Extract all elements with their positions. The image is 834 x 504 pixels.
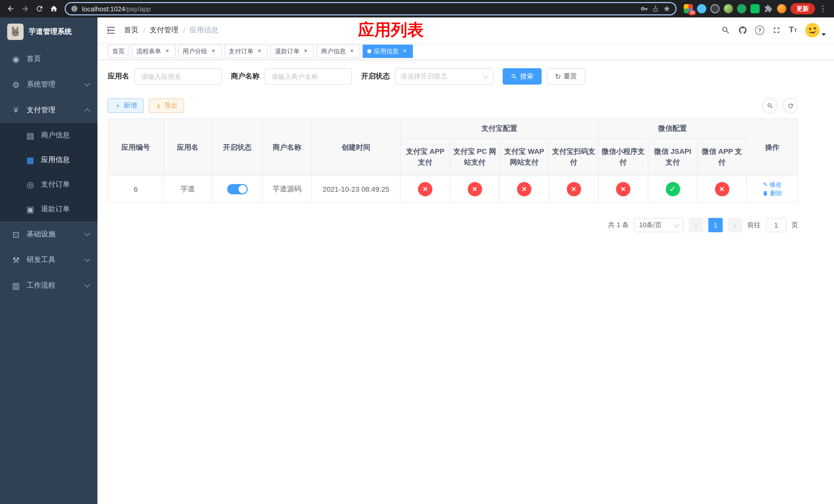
chevron-down-icon xyxy=(84,81,90,87)
search-button[interactable]: 搜索 xyxy=(503,68,542,85)
sidebar-item-dev-tools[interactable]: ⚒ 研发工具 xyxy=(0,247,97,273)
cell-app-id: 6 xyxy=(108,176,163,202)
extensions-puzzle-icon[interactable] xyxy=(764,4,773,13)
app-name-label: 应用名 xyxy=(108,72,129,81)
prev-page-button[interactable] xyxy=(689,218,703,232)
app-title: 芋道管理系统 xyxy=(29,27,72,37)
export-button[interactable]: 导出 xyxy=(149,98,184,113)
browser-menu-icon[interactable]: ⋮ xyxy=(816,4,830,13)
bookmark-star-icon[interactable] xyxy=(663,5,671,12)
col-app-id: 应用编号 xyxy=(108,119,163,176)
sidebar-item-merchant-info[interactable]: ▤ 商户信息 xyxy=(0,123,97,148)
tab-home[interactable]: 首页 xyxy=(108,45,129,58)
sidebar-item-payment[interactable]: ¥ 支付管理 xyxy=(0,97,97,123)
edit-button[interactable]: 修改 xyxy=(763,180,782,189)
sidebar-item-pay-orders[interactable]: ◎ 支付订单 xyxy=(0,172,97,197)
extension-icon[interactable]: 10 xyxy=(684,4,693,13)
pagination-total: 共 1 条 xyxy=(608,221,629,230)
refresh-icon xyxy=(787,102,794,109)
profile-avatar-icon[interactable] xyxy=(777,4,786,13)
breadcrumb-current: 应用信息 xyxy=(190,26,219,35)
alipay-qr-status-icon: × xyxy=(567,182,581,196)
chevron-down-icon xyxy=(674,222,680,227)
extension-badge: 10 xyxy=(688,10,696,15)
tab-app-info[interactable]: 应用信息 xyxy=(363,45,413,58)
close-icon[interactable] xyxy=(163,48,171,55)
extension-icon[interactable] xyxy=(724,4,733,13)
tags-view: 首页 流程表单 用户分组 支付订单 退款订单 商户信息 应用信息 xyxy=(97,43,834,60)
col-group-wechat: 微信配置 xyxy=(598,119,747,138)
delete-button[interactable]: 删除 xyxy=(762,189,782,198)
merchant-name-input[interactable] xyxy=(265,68,352,85)
breadcrumb-home[interactable]: 首页 xyxy=(124,26,138,35)
tab-merchant-info[interactable]: 商户信息 xyxy=(316,45,360,58)
extension-icon[interactable] xyxy=(737,4,746,13)
col-wechat-mini: 微信小程序支付 xyxy=(598,138,648,176)
table-row: 6 芋道 芋道源码 2021-10-23 08:49:25 × × × xyxy=(108,176,798,202)
address-bar[interactable]: localhost:1024/pay/app xyxy=(65,2,677,15)
password-key-icon[interactable] xyxy=(641,5,648,12)
sidebar-item-app-info[interactable]: ▦ 应用信息 xyxy=(0,148,97,172)
extension-icon[interactable] xyxy=(710,4,720,13)
goto-suffix: 页 xyxy=(791,221,798,230)
table-toolbar: 新增 导出 xyxy=(108,98,798,113)
col-merchant: 商户名称 xyxy=(262,119,312,176)
close-icon[interactable] xyxy=(401,48,408,55)
browser-forward-icon[interactable] xyxy=(19,2,32,15)
share-icon[interactable] xyxy=(652,5,659,12)
close-icon[interactable] xyxy=(256,48,263,55)
yen-icon: ¥ xyxy=(10,106,22,115)
col-alipay-app: 支付宝 APP 支付 xyxy=(400,138,450,176)
toggle-search-button[interactable] xyxy=(762,98,777,113)
app-name-input[interactable] xyxy=(134,68,222,85)
extension-icon[interactable] xyxy=(750,4,760,13)
font-size-icon[interactable]: TT xyxy=(789,26,797,35)
sidebar-item-refund-orders[interactable]: ▣ 退款订单 xyxy=(0,197,97,222)
browser-refresh-icon[interactable] xyxy=(33,2,46,15)
reset-button[interactable]: 重置 xyxy=(547,68,585,85)
wechat-jsapi-status-icon: ✓ xyxy=(665,182,680,196)
col-alipay-pc: 支付宝 PC 网站支付 xyxy=(450,138,499,176)
browser-home-icon[interactable] xyxy=(47,2,61,15)
cell-merchant: 芋道源码 xyxy=(262,176,312,202)
app-table: 应用编号 应用名 开启状态 商户名称 创建时间 支付宝配置 微信配置 操作 支付… xyxy=(108,118,798,203)
page-number-1[interactable]: 1 xyxy=(708,218,723,232)
cell-status xyxy=(212,176,262,202)
add-button[interactable]: 新增 xyxy=(108,98,144,113)
col-alipay-qr: 支付宝扫码支付 xyxy=(549,138,598,176)
site-info-icon xyxy=(71,5,78,12)
chevron-down-icon xyxy=(84,230,90,236)
close-icon[interactable] xyxy=(348,48,355,55)
user-avatar[interactable] xyxy=(805,23,826,38)
help-icon[interactable]: ? xyxy=(755,26,764,35)
top-navbar: 首页 / 支付管理 / 应用信息 应用列表 ? xyxy=(97,18,834,43)
github-icon[interactable] xyxy=(738,26,747,35)
sidebar-item-workflow[interactable]: ▥ 工作流程 xyxy=(0,273,97,298)
chevron-up-icon xyxy=(84,109,90,114)
sidebar-item-home[interactable]: ◉ 首页 xyxy=(0,46,97,72)
status-select[interactable]: 请选择开启状态 xyxy=(395,68,493,85)
trash-icon xyxy=(762,190,768,197)
fullscreen-icon[interactable] xyxy=(772,26,781,35)
sidebar-item-infrastructure[interactable]: ⊡ 基础设施 xyxy=(0,222,97,247)
tab-refund-orders[interactable]: 退款订单 xyxy=(270,45,314,58)
close-icon[interactable] xyxy=(302,48,309,55)
app-logo[interactable]: 芋道管理系统 xyxy=(0,18,97,46)
tab-process-form[interactable]: 流程表单 xyxy=(132,45,175,58)
extension-icon[interactable] xyxy=(697,4,706,13)
sidebar-item-system[interactable]: ⚙ 系统管理 xyxy=(0,72,97,97)
tab-pay-orders[interactable]: 支付订单 xyxy=(224,45,268,58)
next-page-button[interactable] xyxy=(728,218,742,232)
order-icon: ◎ xyxy=(25,180,36,189)
tab-user-group[interactable]: 用户分组 xyxy=(178,45,222,58)
sidebar-fold-icon[interactable] xyxy=(106,25,116,36)
screen: localhost:1024/pay/app 10 更新 ⋮ xyxy=(0,0,834,504)
page-size-select[interactable]: 10条/页 xyxy=(634,218,684,232)
close-icon[interactable] xyxy=(210,48,217,55)
search-icon[interactable] xyxy=(721,26,730,35)
browser-back-icon[interactable] xyxy=(4,2,18,15)
browser-update-button[interactable]: 更新 xyxy=(790,3,815,14)
status-toggle[interactable] xyxy=(227,184,247,194)
refresh-table-button[interactable] xyxy=(783,98,798,113)
goto-page-input[interactable] xyxy=(766,218,786,232)
